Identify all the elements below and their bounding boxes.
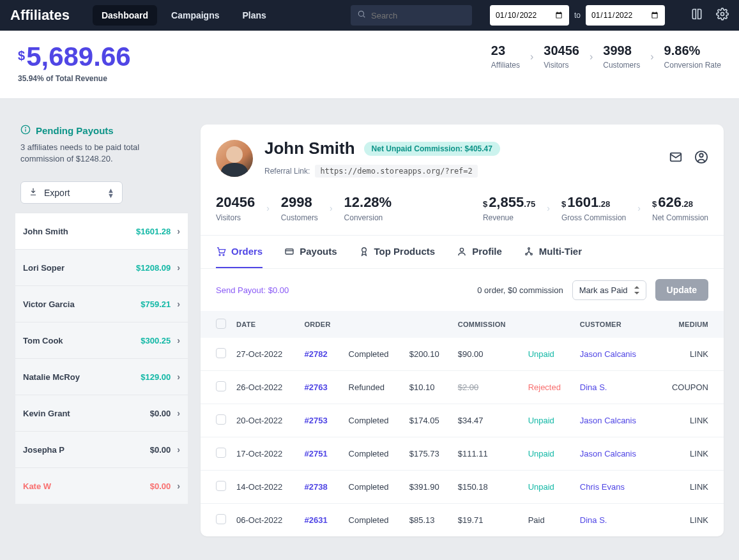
cell-medium: LINK	[655, 471, 724, 504]
tab-orders[interactable]: Orders	[216, 236, 263, 268]
pending-title: Pending Payouts	[20, 125, 183, 137]
affiliate-item[interactable]: Natalie McRoy $129.00 ›	[15, 358, 188, 395]
tab-multi-tier[interactable]: Multi-Tier	[524, 236, 582, 268]
order-link[interactable]: #2763	[304, 382, 327, 392]
table-row: 26-Oct-2022 #2763 Refunded $10.10 $2.00 …	[201, 371, 724, 404]
user-icon[interactable]	[694, 150, 708, 167]
customer-link[interactable]: Chris Evans	[580, 482, 625, 492]
cell-status: Refunded	[344, 371, 404, 404]
cell-medium: LINK	[655, 504, 724, 537]
order-link[interactable]: #2782	[304, 349, 327, 359]
download-icon	[29, 187, 38, 198]
update-button[interactable]: Update	[655, 279, 708, 301]
chevron-right-icon: ›	[637, 203, 641, 213]
date-to-input[interactable]	[586, 5, 665, 26]
tab-top-products[interactable]: Top Products	[359, 236, 436, 268]
affiliate-item[interactable]: Tom Cook $300.25 ›	[15, 322, 188, 358]
customer-link[interactable]: Jason Calcanis	[580, 449, 636, 458]
cell-date: 06-Oct-2022	[231, 504, 299, 537]
cell-status: Completed	[344, 404, 404, 437]
row-checkbox[interactable]	[216, 381, 226, 391]
date-to-label: to	[574, 11, 581, 20]
row-checkbox[interactable]	[216, 414, 226, 425]
customer-link[interactable]: Jason Calcanis	[580, 349, 636, 359]
main-layout: Pending Payouts 3 affiliates needs to be…	[0, 99, 739, 556]
search-input[interactable]	[371, 11, 478, 20]
stat-label: Customers	[281, 213, 318, 222]
customer-link[interactable]: Jason Calcanis	[580, 416, 636, 425]
tab-profile[interactable]: Profile	[457, 236, 502, 268]
cell-commission: $34.47	[453, 404, 523, 437]
tab-payouts[interactable]: Payouts	[284, 236, 337, 268]
stat-label: Gross Commission	[561, 213, 626, 222]
table-row: 06-Oct-2022 #2631 Completed $85.13 $19.7…	[201, 504, 724, 537]
date-from-input[interactable]	[490, 5, 569, 26]
affiliate-item[interactable]: Lori Soper $1208.09 ›	[15, 249, 188, 285]
affiliate-item[interactable]: John Smith $1601.28 ›	[15, 213, 188, 249]
cell-date: 20-Oct-2022	[231, 404, 299, 437]
chevron-right-icon: ›	[177, 408, 180, 418]
affiliate-item[interactable]: Kate W $0.00 ›	[15, 467, 188, 504]
affiliate-amount: $300.25	[141, 336, 171, 345]
affiliate-amount: $0.00	[150, 445, 171, 455]
chevron-right-icon: ›	[177, 372, 180, 382]
affiliate-item[interactable]: Victor Garcia $759.21 ›	[15, 285, 188, 322]
export-label: Export	[44, 188, 70, 198]
affiliate-name: Tom Cook	[23, 336, 63, 345]
total-amount: 5,689.66	[26, 43, 131, 70]
th-order: ORDER	[299, 311, 343, 338]
total-subtitle: 35.94% of Total Revenue	[18, 74, 131, 83]
cell-status: Completed	[344, 471, 404, 504]
stat-label: Net Commission	[652, 213, 708, 222]
cell-medium: LINK	[655, 437, 724, 471]
export-button[interactable]: Export ▲▼	[20, 181, 123, 204]
nav-tab-plans[interactable]: Plans	[234, 5, 275, 26]
cell-amount: $174.05	[404, 404, 453, 437]
order-link[interactable]: #2631	[304, 515, 327, 525]
select-all-checkbox[interactable]	[216, 319, 226, 329]
customer-link[interactable]: Dina S.	[580, 515, 607, 525]
customer-link[interactable]: Dina S.	[580, 382, 607, 392]
referral-label: Referral Link:	[264, 167, 310, 176]
cell-amount: $85.13	[404, 504, 453, 537]
cell-status: Completed	[344, 437, 404, 471]
detail-header: John Smith Net Unpaid Commission: $405.4…	[201, 125, 724, 188]
cell-status: Completed	[344, 504, 404, 537]
order-link[interactable]: #2738	[304, 482, 327, 492]
order-link[interactable]: #2753	[304, 416, 327, 425]
topbar: Affiliates Dashboard Campaigns Plans to	[0, 0, 739, 31]
gear-icon[interactable]	[716, 8, 729, 23]
selection-summary: 0 order, $0 commission	[477, 285, 563, 295]
affiliate-item[interactable]: Josepha P $0.00 ›	[15, 431, 188, 467]
stat-visitors: 20456Visitors	[216, 194, 255, 222]
affiliate-name: John Smith	[264, 139, 355, 158]
nav-tab-campaigns[interactable]: Campaigns	[162, 5, 228, 26]
mail-icon[interactable]	[669, 150, 683, 167]
table-row: 17-Oct-2022 #2751 Completed $175.73 $111…	[201, 437, 724, 471]
send-payout-link[interactable]: Send Payout: $0.00	[216, 285, 289, 295]
cell-amount: $10.10	[404, 371, 453, 404]
book-icon[interactable]	[690, 8, 703, 23]
row-checkbox[interactable]	[216, 448, 226, 458]
svg-point-5	[26, 128, 26, 128]
svg-rect-11	[286, 249, 293, 254]
referral-link[interactable]: https://demo.storeapps.org/?ref=2	[315, 165, 477, 178]
cell-commission: $150.18	[453, 471, 523, 504]
table-row: 20-Oct-2022 #2753 Completed $174.05 $34.…	[201, 404, 724, 437]
affiliate-item[interactable]: Kevin Grant $0.00 ›	[15, 395, 188, 431]
row-checkbox[interactable]	[216, 514, 226, 524]
row-checkbox[interactable]	[216, 481, 226, 491]
order-link[interactable]: #2751	[304, 449, 327, 458]
search-box[interactable]	[351, 5, 472, 26]
stat-label: Revenue	[483, 213, 535, 222]
stat-value: 12.28%	[344, 194, 392, 211]
row-checkbox[interactable]	[216, 348, 226, 358]
cell-cstate: Rejected	[523, 371, 575, 404]
kpi-label: Visitors	[544, 61, 579, 70]
cell-commission: $111.11	[453, 437, 523, 471]
brand-title: Affiliates	[10, 7, 70, 24]
stat-label: Visitors	[216, 213, 255, 222]
nav-tab-dashboard[interactable]: Dashboard	[93, 5, 157, 26]
chevron-right-icon: ›	[330, 203, 333, 213]
mark-as-select[interactable]: Mark as Paid	[572, 280, 646, 300]
